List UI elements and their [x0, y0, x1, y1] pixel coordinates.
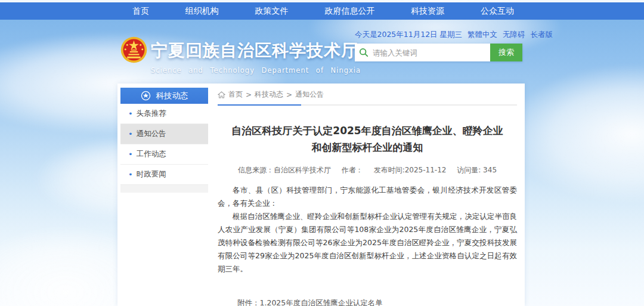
site-subtitle-english: Science and Technology Department of Nin… [151, 66, 361, 75]
nav-item-gov-info-disclosure[interactable]: 政府信息公开 [324, 6, 374, 17]
meta-source: 信息来源：自治区科学技术厅 [238, 166, 331, 174]
search-input[interactable] [373, 44, 490, 61]
site-masthead: 宁夏回族自治区科学技术厅 Science and Technology Depa… [151, 39, 361, 75]
attachments-label: 附件： [237, 298, 260, 306]
breadcrumb-home[interactable]: 首页 [228, 89, 243, 100]
breadcrumb-sci-tech-news[interactable]: 科技动态 [255, 89, 283, 100]
sidebar-item-headlines[interactable]: • 头条推荐 [120, 104, 208, 124]
breadcrumb-active-underline [218, 104, 301, 106]
meta-author: 作者： [342, 166, 363, 174]
attachment-link-1[interactable]: 1.2025年度自治区雏鹰企业认定名单 [260, 298, 383, 306]
search-bar: 搜索 [355, 44, 522, 61]
sidebar-item-label: 头条推荐 [137, 109, 166, 119]
article-paragraph: 各市、县（区）科技管理部门，宁东能源化工基地管委会，银川经济技术开发区管委会，各… [218, 184, 517, 210]
current-date-text: 今天是2025年11月12日 星期三 [355, 30, 462, 40]
sidebar-item-label: 通知公告 [137, 129, 166, 139]
meta-visit-count: 访问量: 345 [457, 166, 497, 174]
sidebar-footer-strip [120, 185, 208, 193]
nav-item-policy-documents[interactable]: 政策文件 [255, 6, 289, 17]
sidebar-title: 科技动态 [156, 91, 188, 101]
bullet-icon: • [128, 150, 133, 159]
bullet-icon: • [128, 109, 133, 118]
sidebar-item-work-updates[interactable]: • 工作动态 [120, 144, 208, 165]
sidebar-item-notices[interactable]: • 通知公告 [120, 124, 208, 144]
nav-item-sci-tech-resources[interactable]: 科技资源 [411, 6, 444, 17]
search-icon [355, 44, 373, 61]
attachment-row: 附件：1.2025年度自治区雏鹰企业认定名单 [237, 296, 517, 306]
article-area: 首页 > 科技动态 > 通知公告 自治区科技厅关于认定2025年度自治区雏鹰企业… [218, 87, 517, 306]
star-in-circle-icon [141, 91, 151, 101]
breadcrumb-divider [218, 104, 517, 106]
sidebar-item-label: 工作动态 [137, 149, 166, 159]
traditional-chinese-link[interactable]: 繁體中文 [467, 30, 497, 40]
breadcrumb-separator: > [286, 91, 292, 99]
breadcrumb-separator: > [246, 91, 252, 99]
meta-publish-time: 发布时间:2025-11-12 [374, 166, 447, 174]
breadcrumb-notices[interactable]: 通知公告 [295, 89, 324, 100]
breadcrumb: 首页 > 科技动态 > 通知公告 [218, 87, 517, 102]
nav-item-organization[interactable]: 组织机构 [185, 6, 219, 17]
top-navigation: 首页 组织机构 政策文件 政府信息公开 科技资源 公众互动 [0, 2, 644, 20]
article-title-line2: 和创新型标杆企业的通知 [218, 139, 517, 156]
article-body: 各市、县（区）科技管理部门，宁东能源化工基地管委会，银川经济技术开发区管委会，各… [218, 184, 517, 276]
search-button[interactable]: 搜索 [490, 44, 522, 61]
sidebar-item-label: 时政要闻 [137, 169, 166, 180]
cloud-decoration [507, 66, 644, 203]
national-emblem-logo [120, 36, 147, 63]
attachments-list: 附件：1.2025年度自治区雏鹰企业认定名单 2.2025年度自治区瞪羚企业认定… [237, 296, 517, 306]
article-meta: 信息来源：自治区科学技术厅 作者： 发布时间:2025-11-12 访问量: 3… [218, 165, 517, 175]
accessibility-link[interactable]: 无障碍 [503, 30, 525, 40]
article-title-line1: 自治区科技厅关于认定2025年度自治区雏鹰企业、瞪羚企业 [218, 122, 517, 139]
article-paragraph: 根据自治区雏鹰企业、瞪羚企业和创新型标杆企业认定管理有关规定，决定认定半亩良人农… [218, 210, 517, 276]
main-content-panel: 科技动态 • 头条推荐 • 通知公告 • 工作动态 • 时政要闻 首页 > 科技… [117, 84, 525, 306]
nav-item-home[interactable]: 首页 [132, 6, 149, 17]
bullet-icon: • [128, 170, 133, 179]
sidebar: 科技动态 • 头条推荐 • 通知公告 • 工作动态 • 时政要闻 [120, 88, 208, 193]
header-info-row: 今天是2025年11月12日 星期三 繁體中文 无障碍 长者版 [355, 30, 522, 39]
article-title: 自治区科技厅关于认定2025年度自治区雏鹰企业、瞪羚企业 和创新型标杆企业的通知 [218, 122, 517, 156]
home-icon [218, 91, 225, 98]
national-emblem-icon [120, 36, 147, 63]
site-title: 宁夏回族自治区科学技术厅 [151, 39, 361, 62]
sidebar-header-sci-tech-news: 科技动态 [120, 88, 208, 104]
bullet-icon: • [128, 129, 133, 138]
sidebar-item-current-politics[interactable]: • 时政要闻 [120, 165, 208, 185]
elderly-version-link[interactable]: 长者版 [531, 30, 553, 40]
nav-item-public-interaction[interactable]: 公众互动 [481, 6, 514, 17]
